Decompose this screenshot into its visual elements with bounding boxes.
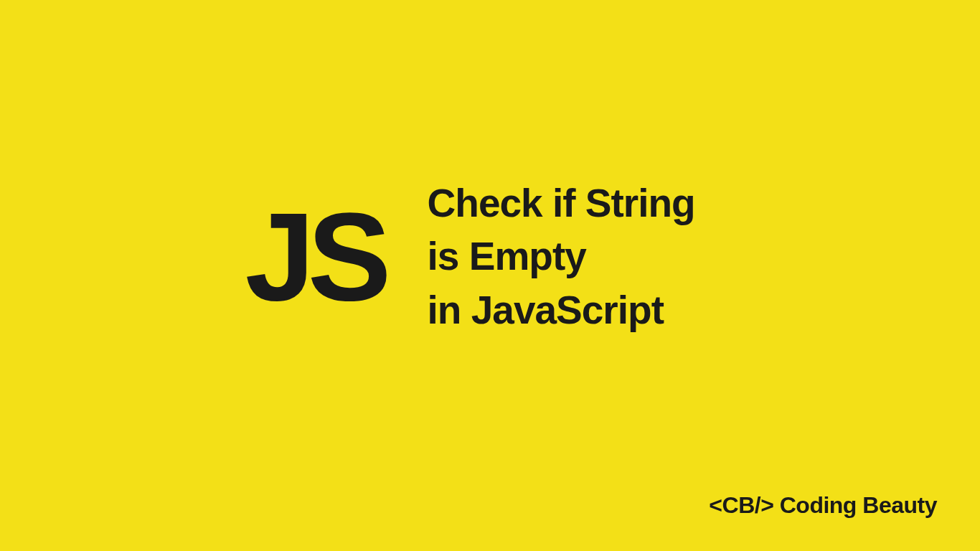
js-logo: JS xyxy=(245,194,385,319)
main-content: JS Check if String is Empty in JavaScrip… xyxy=(245,176,735,336)
article-title: Check if String is Empty in JavaScript xyxy=(428,176,735,336)
brand-name: Coding Beauty xyxy=(780,492,937,518)
title-line-1: Check if String is Empty xyxy=(428,181,695,278)
title-line-2: in JavaScript xyxy=(428,287,664,331)
brand-prefix: <CB/> xyxy=(709,492,773,518)
brand-footer: <CB/> Coding Beauty xyxy=(709,492,937,519)
